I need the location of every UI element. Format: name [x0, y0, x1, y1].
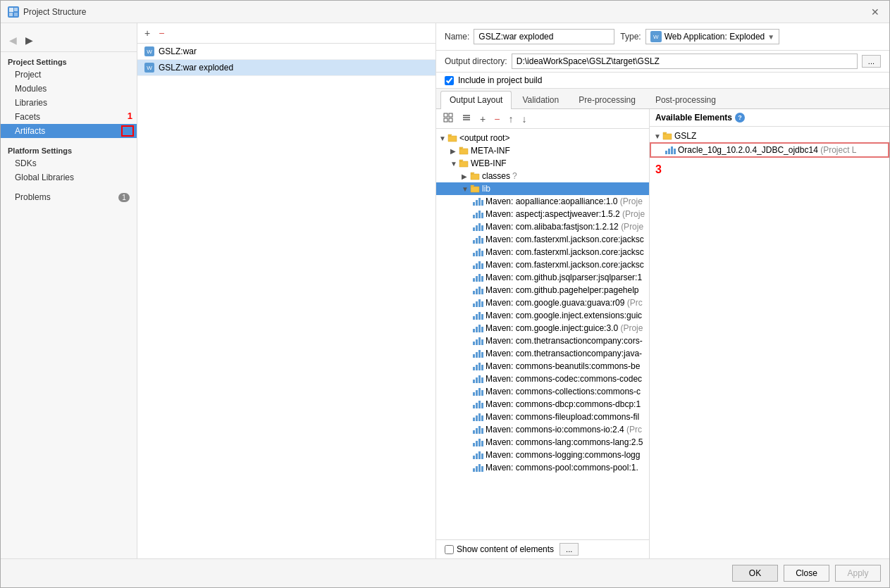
tree-item-maven-jackson3[interactable]: Maven: com.fasterxml.jackson.core:jacksc	[436, 258, 649, 271]
tree-item-maven-jackson2[interactable]: Maven: com.fasterxml.jackson.core:jacksc	[436, 246, 649, 258]
bottom-bar: Show content of elements ...	[436, 539, 649, 558]
maven-icon	[473, 223, 483, 231]
problems-badge: 1	[118, 193, 130, 202]
annotation-3: 3	[650, 158, 889, 182]
close-button[interactable]: ✕	[868, 5, 882, 19]
artifact-item-gslz-war-exploded[interactable]: W GSLZ:war exploded	[137, 60, 435, 76]
add-artifact-button[interactable]: +	[142, 26, 153, 40]
tree-item-maven-beanutils[interactable]: Maven: commons-beanutils:commons-be	[436, 360, 649, 373]
tree-item-maven-aspectj[interactable]: Maven: aspectj:aspectjweaver:1.5.2 (Proj…	[436, 208, 649, 220]
tree-item-maven-dbcp[interactable]: Maven: commons-dbcp:commons-dbcp:1	[436, 398, 649, 411]
tab-pre-processing[interactable]: Pre-processing	[569, 91, 645, 108]
tree-item-maven-pagehelper[interactable]: Maven: com.github.pagehelper:pagehelp	[436, 284, 649, 296]
tree-item-maven-fastjson[interactable]: Maven: com.alibaba:fastjson:1.2.12 (Proj…	[436, 220, 649, 233]
maven-icon	[473, 337, 483, 345]
tree-item-maven-collections[interactable]: Maven: commons-collections:commons-c	[436, 385, 649, 398]
avail-maven-icon	[665, 146, 676, 154]
tab-post-processing[interactable]: Post-processing	[646, 91, 725, 108]
include-build-label: Include in project build	[458, 75, 542, 85]
tree-add-button[interactable]: +	[477, 112, 488, 126]
svg-rect-1	[14, 8, 18, 11]
maven-icon	[473, 439, 483, 446]
title-bar: Project Structure ✕	[1, 1, 889, 23]
tree-item-maven-jackson1[interactable]: Maven: com.fasterxml.jackson.core:jacksc	[436, 233, 649, 246]
sidebar-item-modules[interactable]: Modules	[1, 82, 137, 96]
tree-remove-button[interactable]: −	[491, 112, 502, 126]
maven-icon	[473, 211, 483, 218]
name-input[interactable]	[474, 29, 614, 44]
avail-item-oracle-jdbc[interactable]: Oracle_10g_10.2.0.4_JDBC_ojdbc14 (Projec…	[650, 142, 889, 158]
war-icon: W	[144, 46, 154, 56]
close-button-dialog[interactable]: Close	[784, 565, 829, 582]
output-dir-input[interactable]	[512, 54, 858, 69]
tree-item-maven-fileupload[interactable]: Maven: commons-fileupload:commons-fil	[436, 411, 649, 423]
maven-icon	[473, 325, 483, 332]
tree-item-maven-aopalliance[interactable]: Maven: aopalliance:aopalliance:1.0 (Proj…	[436, 195, 649, 208]
tree-down-button[interactable]: ↓	[519, 112, 529, 126]
project-settings-label: Project Settings	[1, 55, 137, 68]
tree-item-maven-jsqlparser[interactable]: Maven: com.github.jsqlparser:jsqlparser:…	[436, 271, 649, 284]
tab-output-layout[interactable]: Output Layout	[440, 91, 512, 109]
maven-icon	[473, 274, 483, 282]
project-structure-window: Project Structure ✕ ◀ ▶ Project Settings…	[0, 0, 890, 588]
tree-item-web-inf[interactable]: ▼ WEB-INF	[436, 157, 649, 170]
maven-icon	[473, 261, 483, 269]
sidebar-item-global-libraries[interactable]: Global Libraries	[1, 170, 137, 184]
ok-button[interactable]: OK	[732, 565, 778, 582]
sidebar: ◀ ▶ Project Settings Project Modules Lib…	[1, 23, 137, 558]
show-content-check: Show content of elements	[445, 544, 554, 554]
apply-button[interactable]: Apply	[835, 565, 881, 582]
tree-item-maven-codec[interactable]: Maven: commons-codec:commons-codec	[436, 373, 649, 385]
tree-item-maven-cors[interactable]: Maven: com.thetransactioncompany:cors-	[436, 334, 649, 347]
tree-item-maven-pool[interactable]: Maven: commons-pool:commons-pool:1.	[436, 461, 649, 474]
maven-icon	[473, 401, 483, 408]
maven-icon	[473, 249, 483, 256]
nav-arrows: ◀ ▶	[1, 29, 137, 52]
tree-item-classes[interactable]: ▶ classes ?	[436, 170, 649, 182]
tree-item-maven-io[interactable]: Maven: commons-io:commons-io:2.4 (Prc	[436, 423, 649, 436]
browse-button[interactable]: ...	[862, 55, 881, 68]
sidebar-item-problems[interactable]: Problems 1	[1, 190, 137, 204]
remove-artifact-button[interactable]: −	[156, 26, 167, 40]
show-packaging-button[interactable]	[440, 111, 456, 126]
detail-header: Name: Type: W Web Application: Exploded …	[436, 23, 889, 51]
include-build-checkbox[interactable]	[445, 76, 454, 85]
tree-item-maven-guice[interactable]: Maven: com.google.inject:guice:3.0 (Proj…	[436, 322, 649, 334]
sidebar-item-project[interactable]: Project	[1, 68, 137, 82]
svg-rect-0	[9, 8, 13, 12]
sidebar-item-sdks[interactable]: SDKs	[1, 156, 137, 170]
tree-item-meta-inf[interactable]: ▶ META-INF	[436, 144, 649, 157]
maven-icon	[473, 312, 483, 320]
title-icon	[8, 6, 19, 18]
forward-button[interactable]: ▶	[23, 33, 36, 47]
tree-item-lib[interactable]: ▼ lib	[436, 182, 649, 195]
tab-validation[interactable]: Validation	[513, 91, 568, 108]
sidebar-item-libraries[interactable]: Libraries	[1, 96, 137, 110]
tree-item-maven-guice-ext[interactable]: Maven: com.google.inject.extensions:guic	[436, 309, 649, 322]
sidebar-item-artifacts[interactable]: Artifacts	[1, 124, 137, 138]
tree-item-maven-logging[interactable]: Maven: commons-logging:commons-logg	[436, 449, 649, 461]
back-button[interactable]: ◀	[6, 33, 20, 47]
artifacts-red-box	[121, 125, 134, 137]
title-bar-left: Project Structure	[8, 6, 86, 18]
tree-up-button[interactable]: ↑	[505, 112, 516, 126]
type-field-group: Type: W Web Application: Exploded ▼	[620, 29, 779, 44]
artifact-item-gslz-war[interactable]: W GSLZ:war	[137, 44, 435, 60]
show-modules-button[interactable]	[459, 111, 474, 126]
avail-item-gslz[interactable]: ▼ GSLZ	[650, 130, 889, 142]
tree-toolbar: + − ↑ ↓	[436, 109, 649, 129]
show-content-dots-button[interactable]: ...	[560, 543, 579, 556]
sidebar-item-facets[interactable]: Facets 1	[1, 110, 137, 124]
show-content-checkbox[interactable]	[445, 545, 454, 554]
help-icon[interactable]: ?	[735, 113, 745, 123]
tree-item-maven-lang[interactable]: Maven: commons-lang:commons-lang:2.5	[436, 436, 649, 449]
maven-icon	[473, 451, 483, 459]
tree-item-maven-guava[interactable]: Maven: com.google.guava:guava:r09 (Prc	[436, 296, 649, 309]
tree-item-output-root[interactable]: ▼ <output root>	[436, 132, 649, 144]
tree-item-maven-java[interactable]: Maven: com.thetransactioncompany:java-	[436, 347, 649, 360]
artifact-toolbar: + −	[137, 23, 435, 44]
avail-folder-icon	[662, 132, 672, 140]
type-select[interactable]: W Web Application: Exploded ▼	[645, 29, 779, 44]
output-dir-row: Output directory: ...	[436, 51, 889, 73]
available-panel: Available Elements ? ▼ GSLZ	[650, 109, 889, 558]
